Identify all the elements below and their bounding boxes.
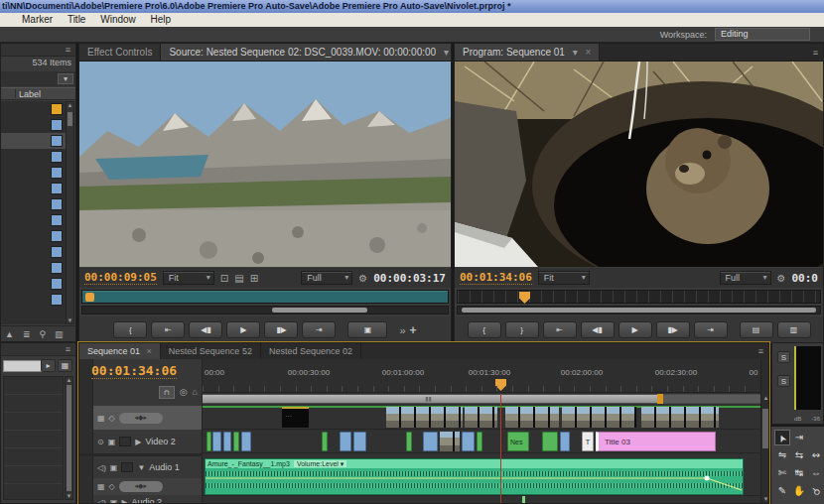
menu-item-help[interactable]: Help bbox=[145, 13, 178, 27]
goto-out-button[interactable]: ⇥ bbox=[694, 321, 728, 338]
label-swatch[interactable] bbox=[51, 230, 63, 242]
toggle-track-output-icon[interactable]: ⊙ bbox=[97, 438, 104, 446]
video-clip-thumbnails[interactable] bbox=[505, 407, 559, 428]
video-clip[interactable] bbox=[322, 432, 328, 451]
collapse-arrow-icon[interactable]: ▼ bbox=[137, 463, 145, 472]
tab-nested-sequence-02[interactable]: Nested Sequence 02 bbox=[261, 343, 361, 359]
scroll-down-icon[interactable]: ▼ bbox=[67, 317, 73, 323]
audio-marker[interactable] bbox=[522, 496, 525, 503]
step-forward-button[interactable]: ▮▶ bbox=[656, 321, 690, 338]
hand-tool[interactable]: ✋ bbox=[791, 483, 807, 499]
solo-left-button[interactable]: S bbox=[777, 351, 790, 363]
volume-rubber-band[interactable] bbox=[206, 459, 745, 496]
sync-lock-icon[interactable]: ▣ bbox=[108, 438, 116, 446]
project-item-row[interactable] bbox=[1, 181, 66, 196]
list-view-icon[interactable]: ≣ bbox=[23, 326, 31, 341]
step-back-button[interactable]: ◀▮ bbox=[581, 321, 615, 338]
keyframe-nav-control[interactable]: ◂◆▸ bbox=[119, 481, 163, 492]
program-resolution-select[interactable]: Full▾ bbox=[720, 271, 771, 285]
label-swatch[interactable] bbox=[51, 151, 63, 163]
scrollbar-thumb[interactable] bbox=[272, 308, 367, 313]
step-back-button[interactable]: ◀▮ bbox=[189, 321, 222, 338]
label-swatch[interactable] bbox=[51, 278, 63, 290]
project-item-row-selected[interactable] bbox=[1, 133, 66, 149]
mark-in-button[interactable]: { bbox=[468, 321, 501, 338]
zoom-tool[interactable]: ⚲ bbox=[808, 483, 824, 499]
tab-sequence-01[interactable]: Sequence 01 × bbox=[79, 343, 161, 359]
video-clip[interactable] bbox=[206, 432, 211, 451]
project-item-row[interactable] bbox=[1, 260, 66, 276]
project-item-row[interactable] bbox=[1, 101, 66, 117]
path-field[interactable] bbox=[3, 360, 43, 372]
timeline-ruler[interactable]: 00:00 00:00:30:00 00:01:00:00 00:01:30:0… bbox=[203, 359, 760, 393]
video-clip[interactable] bbox=[353, 432, 366, 451]
program-zoom-select[interactable]: Fit▾ bbox=[538, 271, 590, 285]
source-zoom-select[interactable]: Fit▾ bbox=[163, 271, 214, 285]
project-item-row[interactable] bbox=[1, 212, 66, 228]
slide-tool[interactable]: ⇔ bbox=[808, 465, 824, 481]
project-item-row[interactable] bbox=[1, 244, 66, 260]
media-browser-list[interactable] bbox=[3, 376, 64, 500]
rolling-edit-tool[interactable]: ⇆ bbox=[791, 447, 807, 463]
icon-view-icon[interactable]: ▲ bbox=[5, 326, 14, 341]
work-area-grip[interactable]: ▮▮ bbox=[425, 396, 432, 402]
program-video-preview[interactable] bbox=[455, 62, 823, 267]
scroll-up-icon[interactable]: ▲ bbox=[67, 102, 73, 108]
label-swatch[interactable] bbox=[51, 262, 63, 274]
project-item-row[interactable] bbox=[1, 228, 66, 244]
video-clip-thumbnails[interactable] bbox=[386, 407, 463, 428]
new-bin-icon[interactable]: ▥ bbox=[55, 326, 64, 341]
close-icon[interactable]: × bbox=[585, 47, 591, 58]
title-clip[interactable]: Title 03 bbox=[596, 432, 716, 451]
video-clip[interactable] bbox=[542, 432, 558, 451]
scrollbar-thumb[interactable] bbox=[67, 385, 71, 491]
speaker-icon[interactable]: ◁) bbox=[97, 498, 106, 504]
track-divider[interactable] bbox=[79, 453, 202, 456]
workspace-select[interactable]: Editing bbox=[715, 28, 810, 41]
playhead-line[interactable] bbox=[500, 394, 501, 503]
mark-out-button[interactable]: } bbox=[505, 321, 539, 338]
program-playhead[interactable] bbox=[519, 292, 530, 304]
video-clip[interactable]: ⋯ bbox=[282, 407, 309, 428]
program-scrollbar[interactable] bbox=[457, 306, 821, 315]
video-clip[interactable] bbox=[340, 432, 351, 451]
label-swatch[interactable] bbox=[51, 135, 63, 147]
panel-menu-icon[interactable]: ≡ bbox=[754, 343, 768, 359]
label-swatch[interactable] bbox=[51, 103, 63, 115]
program-mini-timeline[interactable] bbox=[457, 290, 821, 304]
razor-tool[interactable]: ✄ bbox=[774, 465, 790, 481]
video-clip[interactable] bbox=[560, 432, 570, 451]
video-clip[interactable] bbox=[462, 432, 475, 451]
tab-source[interactable]: Source: Nested Sequence 02: DSC_0039.MOV… bbox=[161, 44, 451, 61]
program-current-timecode[interactable]: 00:01:34:06 bbox=[460, 271, 532, 285]
panel-menu-icon[interactable]: ≡ bbox=[61, 343, 75, 356]
wrench-icon[interactable]: ⚙ bbox=[777, 273, 786, 284]
panel-menu-icon[interactable]: ≡ bbox=[808, 44, 823, 61]
close-icon[interactable]: × bbox=[147, 346, 152, 356]
label-swatch[interactable] bbox=[51, 246, 63, 258]
video-clip[interactable] bbox=[241, 432, 251, 451]
video2-track-lane[interactable]: Nes T Title 03 bbox=[203, 431, 760, 453]
menu-item-marker[interactable]: Marker bbox=[16, 13, 59, 27]
title-clip-short[interactable]: T bbox=[582, 432, 594, 451]
video-clip[interactable] bbox=[406, 432, 412, 451]
project-scrollbar[interactable]: ▲ ▼ bbox=[66, 101, 74, 324]
timeline-current-timecode[interactable]: 00:01:34:06 bbox=[91, 363, 177, 379]
solo-right-button[interactable]: S bbox=[777, 375, 790, 387]
tab-effect-controls[interactable]: Effect Controls bbox=[79, 44, 161, 61]
label-swatch[interactable] bbox=[51, 198, 63, 210]
video-clip-thumbnails[interactable] bbox=[440, 432, 460, 451]
chevron-down-icon[interactable]: ▾ bbox=[444, 47, 449, 58]
audio1-track-lane[interactable]: Amure_-_Fantasy__1.mp3Volume:Level ▾ bbox=[203, 457, 760, 496]
timeline-playhead-marker[interactable] bbox=[495, 379, 506, 391]
source-playhead-marker[interactable] bbox=[85, 293, 94, 302]
video-clip-thumbnails[interactable] bbox=[641, 407, 719, 428]
goto-out-button[interactable]: ⇥ bbox=[302, 321, 336, 338]
overwrite-button[interactable]: ▣ bbox=[347, 321, 387, 338]
rate-stretch-tool[interactable]: ↭ bbox=[808, 447, 824, 463]
collapse-arrow-icon[interactable]: ▶ bbox=[135, 438, 141, 446]
video-clip[interactable] bbox=[423, 432, 438, 451]
project-item-row[interactable] bbox=[1, 117, 66, 133]
ripple-edit-tool[interactable]: ⇋ bbox=[774, 447, 790, 463]
title-bar[interactable]: ti\NN\Documenti\Adobe\Premiere Pro\6.0\A… bbox=[0, 0, 824, 13]
